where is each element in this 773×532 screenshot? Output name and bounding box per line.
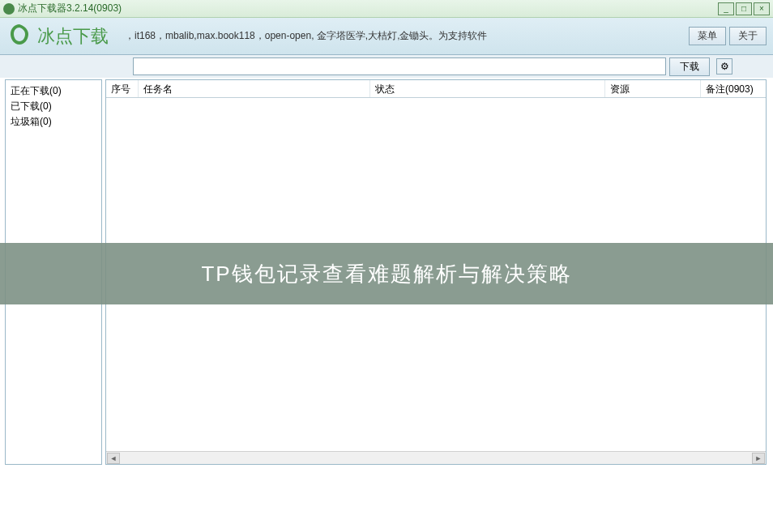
table-header: 序号 任务名 状态 资源 备注(0903) [106, 80, 766, 98]
settings-button[interactable]: ⚙ [716, 58, 732, 74]
column-seq[interactable]: 序号 [106, 80, 139, 97]
sidebar-item-trash[interactable]: 垃圾箱(0) [11, 114, 96, 130]
header-subtitle: ，it168，mbalib,max.book118，open-open, 金字塔… [125, 29, 487, 43]
sidebar-item-downloading[interactable]: 正在下载(0) [11, 83, 96, 99]
minimize-button[interactable]: _ [718, 2, 734, 15]
column-name[interactable]: 任务名 [139, 80, 370, 97]
header: 冰点下载 ，it168，mbalib,max.book118，open-open… [0, 18, 773, 55]
app-icon [3, 3, 15, 15]
close-button[interactable]: × [754, 2, 770, 15]
header-buttons: 菜单 关于 [689, 27, 767, 45]
sidebar-item-downloaded[interactable]: 已下载(0) [11, 99, 96, 114]
about-button[interactable]: 关于 [729, 27, 767, 45]
overlay-text: TP钱包记录查看难题解析与解决策略 [201, 260, 571, 288]
titlebar: 冰点下载器3.2.14(0903) _ □ × [0, 0, 773, 18]
menu-button[interactable]: 菜单 [689, 27, 726, 45]
logo-text: 冰点下载 [37, 24, 109, 49]
logo: 冰点下载 [6, 22, 109, 50]
scroll-right-icon[interactable]: ► [752, 453, 765, 464]
overlay-banner: TP钱包记录查看难题解析与解决策略 [0, 243, 773, 304]
column-status[interactable]: 状态 [370, 80, 605, 97]
download-button[interactable]: 下载 [669, 57, 710, 76]
scroll-left-icon[interactable]: ◄ [107, 453, 120, 464]
window-title: 冰点下载器3.2.14(0903) [18, 2, 122, 15]
url-input[interactable] [133, 57, 666, 75]
column-note[interactable]: 备注(0903) [701, 80, 766, 97]
logo-icon [6, 22, 32, 50]
window-controls: _ □ × [718, 2, 770, 15]
column-resource[interactable]: 资源 [605, 80, 701, 97]
horizontal-scrollbar[interactable]: ◄ ► [106, 451, 766, 464]
gear-icon: ⚙ [720, 61, 729, 72]
maximize-button[interactable]: □ [736, 2, 752, 15]
searchbar: 下载 ⚙ [0, 55, 773, 78]
